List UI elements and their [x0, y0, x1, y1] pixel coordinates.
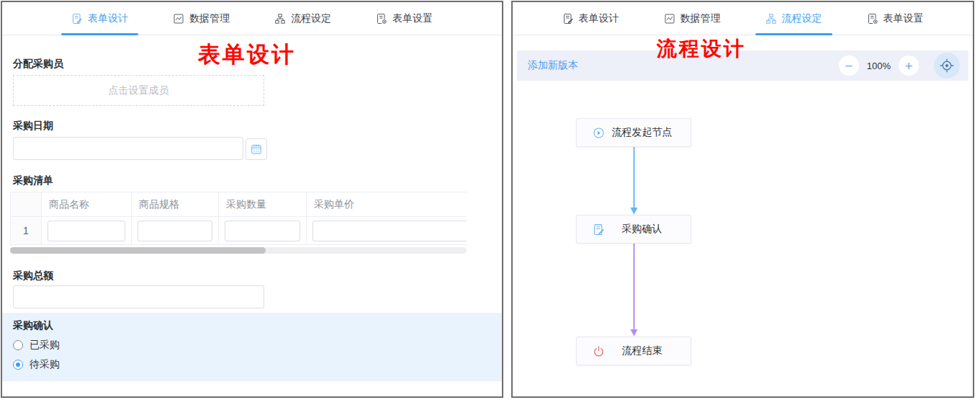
product-name-input[interactable] [48, 221, 125, 241]
unit-price-input[interactable] [313, 221, 467, 241]
zoom-level-label: 100% [867, 61, 891, 71]
tab-label: 表单设计 [579, 12, 619, 25]
flow-node-purchase-confirm[interactable]: 采购确认 [576, 215, 691, 244]
column-header-product-spec: 商品规格 [132, 192, 219, 217]
form-edit-icon [593, 223, 605, 236]
locate-icon [940, 58, 954, 73]
form-settings-icon [867, 13, 878, 25]
tab-label: 流程设定 [782, 12, 822, 25]
form-settings-icon [376, 13, 387, 25]
flow-node-start[interactable]: 流程发起节点 [576, 118, 691, 147]
column-header-quantity: 采购数量 [219, 192, 307, 217]
zoom-in-button[interactable]: + [899, 55, 919, 76]
tab-data-management[interactable]: 数据管理 [163, 2, 240, 35]
tab-form-settings[interactable]: 表单设置 [857, 2, 934, 35]
purchase-list-label: 采购清单 [13, 174, 53, 187]
tab-label: 表单设置 [884, 12, 924, 25]
tab-data-management[interactable]: 数据管理 [654, 2, 731, 35]
radio-pending-purchase[interactable]: 待采购 [13, 358, 60, 371]
date-picker-button[interactable] [246, 138, 267, 160]
tab-label: 流程设定 [291, 12, 331, 25]
data-management-icon [173, 13, 184, 25]
flow-node-label: 流程结束 [605, 345, 691, 357]
purchase-total-input[interactable] [13, 285, 264, 308]
zoom-controls: − 100% + [839, 53, 960, 79]
flow-node-label: 采购确认 [605, 223, 691, 236]
column-header-index [11, 192, 42, 217]
add-new-version-link[interactable]: 添加新版本 [528, 59, 578, 72]
workflow-icon [765, 13, 777, 25]
tab-bar: 表单设计 数据管理 流程设定 表单设置 [513, 2, 973, 35]
radio-checked-icon [13, 360, 23, 370]
calendar-icon [251, 143, 262, 155]
tab-workflow[interactable]: 流程设定 [264, 2, 341, 35]
set-members-box[interactable]: 点击设置成员 [13, 75, 264, 106]
tab-label: 表单设计 [88, 12, 128, 25]
row-index: 1 [11, 217, 42, 245]
purchase-date-label: 采购日期 [13, 120, 53, 133]
quantity-input[interactable] [225, 221, 300, 241]
purchase-confirm-label: 采购确认 [13, 319, 53, 332]
form-design-icon [562, 13, 574, 25]
tab-label: 数据管理 [680, 12, 721, 25]
product-spec-input[interactable] [138, 221, 212, 241]
power-icon [593, 345, 605, 357]
flow-node-end[interactable]: 流程结束 [576, 337, 691, 365]
radio-unchecked-icon [13, 340, 23, 350]
form-design-panel: 表单设计 数据管理 流程设定 表单设置 表单设计 分配采购员 点击设置成员 采购… [1, 1, 503, 398]
red-annotation-form-design: 表单设计 [198, 40, 296, 70]
assign-purchaser-label: 分配采购员 [13, 58, 63, 71]
column-header-unit-price: 采购单价 [307, 192, 467, 217]
radio-label: 已采购 [30, 339, 60, 352]
purchase-date-input[interactable] [13, 137, 243, 160]
zoom-out-button[interactable]: − [839, 55, 859, 76]
play-icon [593, 127, 605, 139]
purchase-confirm-section: 采购确认 已采购 待采购 [2, 313, 502, 381]
column-header-product-name: 商品名称 [42, 192, 132, 217]
tab-form-design[interactable]: 表单设计 [61, 2, 138, 35]
table-header-row: 商品名称 商品规格 采购数量 采购单价 [11, 192, 467, 217]
red-annotation-process-design: 流程设计 [657, 35, 746, 63]
purchase-list-table: 商品名称 商品规格 采购数量 采购单价 1 [10, 192, 467, 247]
purchase-total-label: 采购总额 [13, 270, 53, 283]
data-management-icon [664, 13, 675, 25]
tab-form-settings[interactable]: 表单设置 [366, 2, 443, 35]
scrollbar-thumb[interactable] [10, 247, 266, 254]
tab-label: 表单设置 [392, 12, 433, 25]
workflow-icon [274, 13, 286, 25]
tab-form-design[interactable]: 表单设计 [552, 2, 629, 35]
form-design-icon [71, 13, 83, 25]
process-design-panel: 表单设计 数据管理 流程设定 表单设置 流程设计 添加新版本 − 100% + … [511, 1, 974, 398]
horizontal-scrollbar[interactable] [10, 247, 467, 254]
radio-label: 待采购 [30, 358, 60, 371]
radio-purchased[interactable]: 已采购 [13, 339, 60, 352]
table-row: 1 [11, 217, 467, 245]
tab-bar: 表单设计 数据管理 流程设定 表单设置 [2, 2, 502, 35]
tab-label: 数据管理 [189, 12, 230, 25]
set-members-placeholder: 点击设置成员 [109, 84, 169, 97]
flow-node-label: 流程发起节点 [605, 126, 691, 139]
tab-workflow[interactable]: 流程设定 [755, 2, 832, 35]
connector-arrow-purple [629, 244, 639, 337]
locate-button[interactable] [934, 53, 960, 79]
connector-arrow-blue [629, 147, 639, 215]
